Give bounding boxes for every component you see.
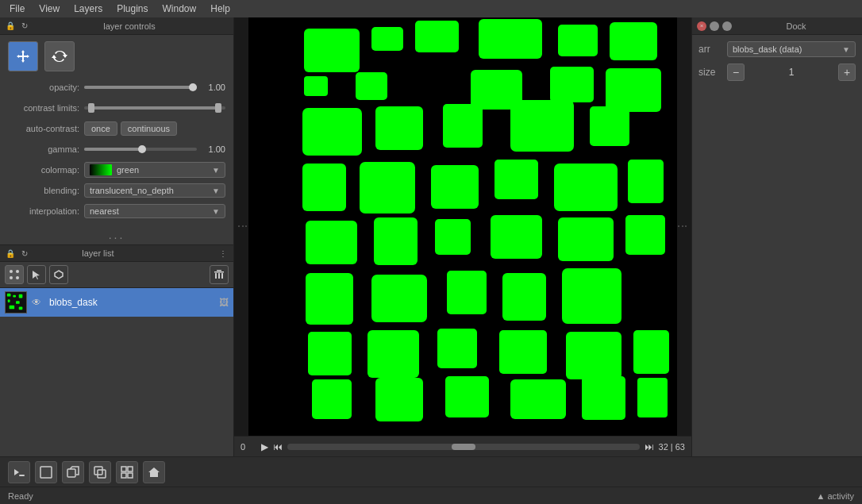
gamma-value: 1.00: [202, 144, 225, 154]
svg-rect-49: [371, 275, 427, 322]
blobs-canvas[interactable]: [248, 17, 677, 436]
controls-body: opacity: 1.00 contrast limits:: [0, 35, 233, 225]
svg-rect-23: [479, 19, 542, 59]
more-dots[interactable]: ...: [0, 225, 233, 244]
svg-rect-64: [637, 378, 668, 417]
blending-dropdown[interactable]: translucent_no_depth ▼: [84, 183, 225, 198]
svg-marker-65: [14, 469, 19, 475]
dock-size-minus-btn[interactable]: −: [727, 63, 745, 81]
layer-controls-header: 🔒 ↻ layer controls: [0, 17, 233, 35]
svg-rect-71: [121, 467, 126, 471]
delete-layer-btn[interactable]: [210, 265, 229, 284]
svg-rect-17: [10, 306, 15, 310]
layer-list-refresh-icon[interactable]: ↻: [19, 248, 30, 259]
colormap-dropdown[interactable]: green ▼: [84, 162, 225, 178]
svg-rect-33: [443, 104, 483, 148]
gamma-label: gamma:: [8, 144, 79, 154]
opacity-label: opacity:: [8, 83, 79, 92]
layer-save-icon[interactable]: 🖼: [219, 297, 229, 308]
polygon-tool-btn[interactable]: [49, 265, 68, 284]
activity-button[interactable]: ▲ activity: [816, 491, 854, 501]
layer-list-lock-icon[interactable]: 🔒: [5, 248, 16, 259]
auto-contrast-once-btn[interactable]: once: [84, 121, 117, 136]
dock-arr-arrow-icon: ▼: [842, 45, 850, 54]
auto-contrast-continuous-btn[interactable]: continuous: [121, 121, 177, 136]
svg-rect-32: [375, 106, 423, 150]
opacity-value: 1.00: [202, 83, 225, 92]
svg-rect-8: [215, 273, 217, 279]
opacity-slider-container: [84, 86, 197, 89]
contrast-slider[interactable]: [84, 106, 225, 110]
svg-rect-14: [19, 294, 23, 298]
play-button[interactable]: ▶: [261, 441, 268, 452]
roll-button[interactable]: [89, 461, 111, 483]
dock-size-plus-btn[interactable]: +: [838, 63, 856, 81]
svg-rect-38: [431, 165, 479, 209]
gamma-row: gamma: 1.00: [8, 141, 225, 157]
dock-title: Dock: [786, 21, 806, 31]
svg-rect-68: [67, 469, 75, 477]
dock-close-btn[interactable]: ×: [697, 21, 706, 31]
layer-thumbnail: [5, 291, 27, 314]
gamma-slider-container: [84, 148, 197, 151]
svg-rect-62: [510, 379, 566, 419]
header-icons-left: 🔒 ↻: [5, 21, 30, 32]
svg-rect-50: [447, 271, 487, 314]
split-view-button[interactable]: [35, 461, 57, 483]
svg-rect-70: [98, 470, 106, 478]
console-button[interactable]: [8, 461, 30, 483]
dock-header: × Dock: [692, 17, 862, 35]
points-tool-btn[interactable]: [5, 265, 24, 284]
menu-file[interactable]: File: [3, 2, 31, 16]
layer-item[interactable]: 👁 blobs_dask 🖼: [0, 288, 233, 317]
layer-list-header-icons: 🔒 ↻: [5, 248, 30, 259]
svg-point-3: [16, 276, 19, 279]
svg-rect-9: [218, 273, 220, 279]
dock-arr-dropdown[interactable]: blobs_dask (data) ▼: [727, 41, 856, 57]
svg-rect-27: [356, 72, 387, 100]
3d-view-button[interactable]: [62, 461, 84, 483]
svg-rect-60: [375, 378, 423, 421]
svg-rect-53: [308, 332, 352, 375]
layer-visibility-icon[interactable]: 👁: [32, 297, 44, 308]
menu-window[interactable]: Window: [156, 2, 203, 16]
svg-rect-40: [554, 164, 618, 211]
menu-view[interactable]: View: [33, 2, 66, 16]
colormap-arrow-icon: ▼: [212, 166, 220, 175]
select-tool-btn[interactable]: [27, 265, 46, 284]
layer-list-title: layer list: [82, 248, 114, 258]
grid-view-button[interactable]: [116, 461, 138, 483]
svg-rect-26: [304, 76, 328, 96]
gamma-slider[interactable]: [84, 148, 197, 151]
home-button[interactable]: [143, 461, 165, 483]
timeline-track[interactable]: [287, 444, 640, 450]
rotate-transform-btn[interactable]: [44, 41, 75, 71]
dock-maximize-btn[interactable]: [722, 21, 732, 31]
canvas-viewport[interactable]: ⋮: [234, 17, 691, 436]
svg-point-0: [10, 270, 13, 273]
menu-help[interactable]: Help: [204, 2, 237, 16]
svg-rect-58: [633, 330, 669, 374]
move-transform-btn[interactable]: [8, 41, 38, 71]
opacity-slider[interactable]: [84, 86, 197, 89]
layer-list-menu-icon[interactable]: ⋮: [217, 248, 229, 259]
interpolation-row: interpolation: nearest ▼: [8, 203, 225, 219]
svg-rect-31: [302, 108, 362, 156]
dock-minimize-btn[interactable]: [710, 21, 719, 31]
svg-rect-34: [510, 100, 574, 152]
skip-to-start-button[interactable]: ⏮: [273, 441, 283, 452]
svg-rect-6: [214, 271, 224, 273]
auto-contrast-buttons: once continuous: [84, 121, 177, 136]
menu-plugins[interactable]: Plugins: [110, 2, 154, 16]
svg-rect-12: [7, 294, 11, 297]
skip-to-end-button[interactable]: ⏭: [645, 441, 654, 452]
interpolation-dropdown[interactable]: nearest ▼: [84, 204, 225, 218]
svg-rect-15: [8, 299, 10, 302]
svg-rect-35: [590, 106, 629, 146]
refresh-icon[interactable]: ↻: [19, 21, 30, 32]
svg-rect-63: [582, 376, 625, 420]
layer-list-header: 🔒 ↻ layer list ⋮: [0, 244, 233, 262]
menu-layers[interactable]: Layers: [67, 2, 109, 16]
svg-rect-20: [304, 29, 360, 72]
lock-icon[interactable]: 🔒: [5, 21, 16, 32]
